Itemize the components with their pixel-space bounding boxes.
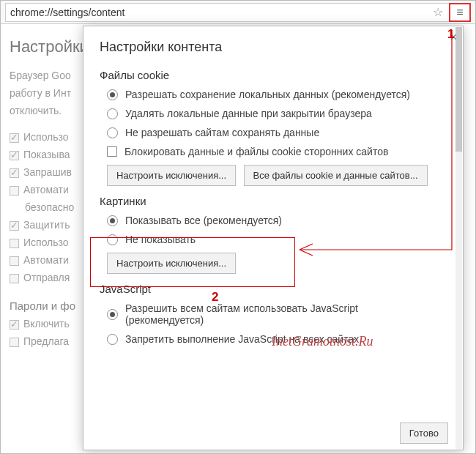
- cookies-block-thirdparty[interactable]: Блокировать данные и файлы cookie сторон…: [107, 146, 439, 157]
- cookies-heading: Файлы cookie: [100, 69, 439, 81]
- checkbox-icon: [10, 221, 19, 231]
- bg-check-label: безопасно: [25, 201, 74, 213]
- cookies-exceptions-button[interactable]: Настроить исключения...: [107, 165, 236, 186]
- js-opt-allow[interactable]: Разрешить всем сайтам использовать JavaS…: [107, 302, 439, 326]
- checkbox-icon: [10, 338, 19, 347]
- checkbox-icon: [10, 151, 19, 160]
- checkbox-icon: [10, 133, 19, 143]
- cookies-opt-allow[interactable]: Разрешать сохранение локальных данных (р…: [107, 89, 439, 100]
- radio-label: Не показывать: [125, 234, 196, 245]
- bg-check-label: Запрашив: [23, 166, 72, 178]
- radio-label: Разрешать сохранение локальных данных (р…: [125, 89, 410, 100]
- radio-icon[interactable]: [107, 127, 118, 138]
- done-button[interactable]: Готово: [400, 423, 448, 444]
- url-input[interactable]: [5, 3, 427, 22]
- bg-check-label: Автомати: [23, 184, 69, 196]
- watermark: InetGramotnost.Ru: [272, 334, 373, 349]
- annotation-marker-1: 1: [447, 27, 454, 42]
- scrollbar-thumb[interactable]: [455, 27, 462, 152]
- checkbox-icon: [10, 186, 19, 196]
- radio-label: Показывать все (рекомендуется): [125, 215, 282, 226]
- js-heading: JavaScript: [100, 283, 439, 295]
- bg-check-label: Включить: [23, 318, 70, 330]
- content-settings-dialog: × Настройки контента Файлы cookie Разреш…: [83, 26, 464, 450]
- radio-icon[interactable]: [107, 309, 118, 320]
- checkbox-icon: [10, 320, 19, 330]
- dialog-title: Настройки контента: [83, 26, 463, 62]
- checkbox-icon: [10, 239, 19, 248]
- radio-label: Не разрешать сайтам сохранять данные: [125, 127, 319, 138]
- cookies-opt-block[interactable]: Не разрешать сайтам сохранять данные: [107, 127, 439, 138]
- omnibox: ☆ ≡: [1, 1, 475, 24]
- annotation-marker-2: 2: [212, 290, 218, 305]
- cookies-all-data-button[interactable]: Все файлы cookie и данные сайтов...: [244, 165, 428, 186]
- images-opt-hide[interactable]: Не показывать: [107, 234, 439, 245]
- bg-check-label: Отправля: [23, 272, 70, 283]
- cookies-opt-clear-on-exit[interactable]: Удалять локальные данные при закрытии бр…: [107, 108, 439, 119]
- images-heading: Картинки: [100, 195, 439, 207]
- radio-icon[interactable]: [107, 234, 118, 245]
- bg-check-label: Использо: [23, 131, 69, 143]
- checkbox-icon: [10, 274, 19, 283]
- radio-icon[interactable]: [107, 108, 118, 119]
- images-opt-show[interactable]: Показывать все (рекомендуется): [107, 215, 439, 226]
- section-javascript: JavaScript Разрешить всем сайтам использ…: [100, 283, 439, 345]
- checkbox-label: Блокировать данные и файлы cookie сторон…: [124, 146, 388, 157]
- radio-label: Разрешить всем сайтам использовать JavaS…: [125, 302, 439, 326]
- hamburger-menu-icon[interactable]: ≡: [449, 3, 471, 22]
- radio-icon[interactable]: [107, 89, 118, 100]
- radio-icon[interactable]: [107, 215, 118, 226]
- dialog-body: Файлы cookie Разрешать сохранение локаль…: [83, 60, 455, 417]
- radio-icon[interactable]: [107, 334, 118, 345]
- radio-label: Удалять локальные данные при закрытии бр…: [125, 108, 372, 119]
- section-images: Картинки Показывать все (рекомендуется) …: [100, 195, 439, 274]
- images-exceptions-button[interactable]: Настроить исключения...: [107, 253, 236, 274]
- section-cookies: Файлы cookie Разрешать сохранение локаль…: [100, 69, 439, 186]
- bg-check-label: Автомати: [23, 254, 69, 266]
- checkbox-icon: [10, 256, 19, 266]
- bg-check-label: Использо: [23, 237, 69, 248]
- bookmark-star-icon[interactable]: ☆: [427, 3, 449, 22]
- dialog-scrollbar[interactable]: [455, 27, 462, 449]
- checkbox-icon: [10, 168, 19, 178]
- bg-check-label: Показыва: [23, 149, 70, 160]
- checkbox-icon[interactable]: [107, 146, 117, 157]
- bg-check-label: Предлага: [23, 335, 69, 347]
- bg-check-label: Защитить: [23, 219, 70, 231]
